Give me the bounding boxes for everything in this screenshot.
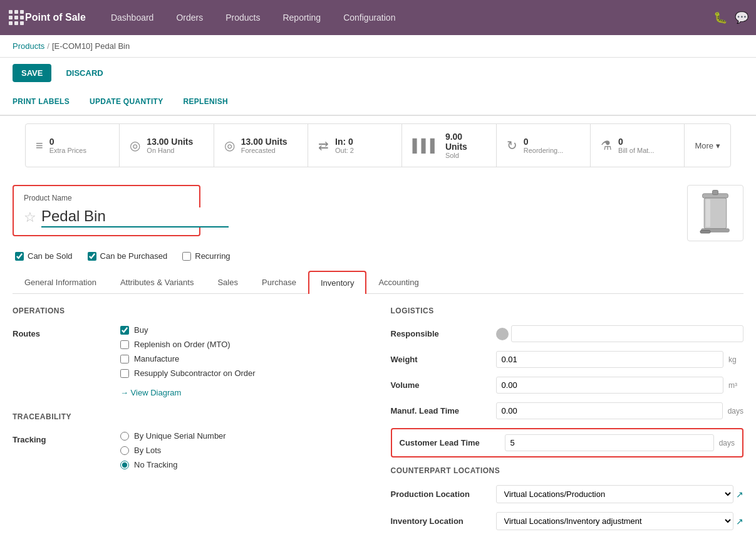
nav-orders[interactable]: Orders <box>166 8 213 28</box>
tracking-lots[interactable]: By Lots <box>120 446 366 455</box>
bom-label: Bill of Mat... <box>618 147 654 154</box>
recurring-checkbox[interactable]: Recurring <box>182 251 230 261</box>
out-label: Out: 2 <box>335 147 354 154</box>
tab-attributes-variants[interactable]: Attributes & Variants <box>108 271 206 294</box>
tabs: General Information Attributes & Variant… <box>13 271 743 294</box>
route-mto[interactable]: Replenish on Order (MTO) <box>120 340 366 349</box>
weight-input[interactable] <box>496 351 724 368</box>
breadcrumb-current: [E-COM10] Pedal Bin <box>52 41 130 51</box>
in-value: In: 0 <box>335 137 354 147</box>
on-hand-label: On Hand <box>147 147 193 154</box>
tracking-none[interactable]: No Tracking <box>120 460 366 469</box>
on-hand-value: 13.00 Units <box>147 137 193 147</box>
can-be-purchased-checkbox[interactable]: Can be Purchased <box>88 251 168 261</box>
stat-bom[interactable]: ⚗ 0 Bill of Mat... <box>591 124 685 167</box>
tab-inventory[interactable]: Inventory <box>308 271 366 294</box>
extra-prices-value: 0 <box>49 137 86 147</box>
stat-reordering[interactable]: ↻ 0 Reordering... <box>497 124 591 167</box>
bug-icon[interactable]: 🐛 <box>713 11 727 24</box>
svg-rect-5 <box>700 231 710 233</box>
tab-sales[interactable]: Sales <box>205 271 250 294</box>
weight-row: Weight kg <box>391 351 744 368</box>
chat-icon[interactable]: 💬 <box>735 11 748 24</box>
product-section: Product Name ☆ <box>13 185 743 241</box>
update-quantity-button[interactable]: UPDATE QUANTITY <box>90 92 173 111</box>
stat-in-out[interactable]: ⇄ In: 0 Out: 2 <box>308 124 402 167</box>
product-name-label: Product Name <box>24 194 189 202</box>
print-labels-button[interactable]: PRINT LABELS <box>13 92 80 111</box>
replenish-button[interactable]: REPLENISH <box>184 92 238 111</box>
stat-more[interactable]: More ▾ <box>685 124 730 167</box>
top-nav: Point of Sale Dashboard Orders Products … <box>0 0 756 35</box>
customer-lead-time-row: Customer Lead Time days <box>391 428 744 457</box>
responsible-value <box>496 325 744 342</box>
manuf-lead-time-row: Manuf. Lead Time days <box>391 402 744 419</box>
save-button[interactable]: SAVE <box>13 64 51 82</box>
product-name-input[interactable] <box>41 207 229 227</box>
sub-action-bar: PRINT LABELS UPDATE QUANTITY REPLENISH <box>0 88 756 116</box>
on-hand-icon: ◎ <box>130 138 140 153</box>
right-column: Logistics Responsible Weight kg <box>391 306 744 539</box>
routes-row: Routes Buy Replenish on Order (MTO) Manu… <box>13 325 366 397</box>
product-name-block: Product Name ☆ <box>13 185 200 236</box>
weight-label: Weight <box>391 355 491 364</box>
tab-accounting[interactable]: Accounting <box>366 271 430 294</box>
route-manufacture[interactable]: Manufacture <box>120 354 366 363</box>
forecasted-label: Forecasted <box>241 147 287 154</box>
can-be-sold-checkbox[interactable]: Can be Sold <box>15 251 73 261</box>
view-diagram-link[interactable]: → View Diagram <box>120 388 366 397</box>
traceability-section-title: Traceability <box>13 412 366 421</box>
responsible-label: Responsible <box>391 329 491 338</box>
stat-forecasted[interactable]: ◎ 13.00 Units Forecasted <box>214 124 308 167</box>
routes-list: Buy Replenish on Order (MTO) Manufacture… <box>120 325 366 397</box>
responsible-row: Responsible <box>391 325 744 342</box>
breadcrumb-parent[interactable]: Products <box>13 41 44 51</box>
route-resupply[interactable]: Resupply Subcontractor on Order <box>120 368 366 378</box>
breadcrumb-separator: / <box>47 41 49 51</box>
breadcrumb: Products / [E-COM10] Pedal Bin <box>0 35 756 58</box>
inventory-form: Operations Routes Buy Replenish on Order… <box>13 306 743 539</box>
production-location-ext-link-icon[interactable]: ↗ <box>736 489 743 499</box>
customer-lead-time-input[interactable] <box>505 434 714 451</box>
reordering-label: Reordering... <box>524 147 564 154</box>
tracking-serial[interactable]: By Unique Serial Number <box>120 431 366 441</box>
main-content: Product Name ☆ <box>0 175 756 549</box>
customer-lead-time-unit: days <box>719 439 735 447</box>
counterpart-section-title: Counterpart Locations <box>391 466 744 475</box>
manuf-lead-time-label: Manuf. Lead Time <box>391 406 491 416</box>
stats-bar: ≡ 0 Extra Prices ◎ 13.00 Units On Hand ◎… <box>25 123 731 167</box>
checkbox-row: Can be Sold Can be Purchased Recurring <box>13 251 743 261</box>
volume-input[interactable] <box>496 377 724 394</box>
routes-label: Routes <box>13 325 113 338</box>
bom-icon: ⚗ <box>601 138 612 153</box>
operations-section-title: Operations <box>13 306 366 315</box>
stat-sold[interactable]: ▌▌▌ 9.00 Units Sold <box>402 124 496 167</box>
discard-button[interactable]: DISCARD <box>56 64 112 82</box>
inventory-location-ext-link-icon[interactable]: ↗ <box>736 516 743 526</box>
nav-products[interactable]: Products <box>215 8 270 28</box>
volume-unit: m³ <box>728 381 743 390</box>
extra-prices-label: Extra Prices <box>49 147 86 154</box>
app-grid-icon[interactable] <box>8 9 25 26</box>
favorite-star-icon[interactable]: ☆ <box>24 209 36 226</box>
logistics-section-title: Logistics <box>391 306 744 315</box>
nav-dashboard[interactable]: Dashboard <box>101 8 164 28</box>
responsible-input[interactable] <box>511 325 744 342</box>
nav-reporting[interactable]: Reporting <box>272 8 331 28</box>
nav-configuration[interactable]: Configuration <box>333 8 405 28</box>
stat-extra-prices[interactable]: ≡ 0 Extra Prices <box>26 124 120 167</box>
production-location-label: Production Location <box>391 489 491 499</box>
volume-label: Volume <box>391 380 491 390</box>
sold-value: 9.00 Units <box>445 132 486 152</box>
production-location-select[interactable]: Virtual Locations/Production <box>496 485 734 503</box>
route-buy[interactable]: Buy <box>120 325 366 335</box>
action-bar: SAVE DISCARD <box>0 58 756 88</box>
tab-general-information[interactable]: General Information <box>13 271 108 294</box>
volume-row: Volume m³ <box>391 377 744 394</box>
forecasted-value: 13.00 Units <box>241 137 287 147</box>
tab-purchase[interactable]: Purchase <box>250 271 308 294</box>
manuf-lead-time-input[interactable] <box>496 402 723 419</box>
stat-on-hand[interactable]: ◎ 13.00 Units On Hand <box>120 124 214 167</box>
sold-icon: ▌▌▌ <box>412 138 439 153</box>
inventory-location-select[interactable]: Virtual Locations/Inventory adjustment <box>496 512 734 530</box>
